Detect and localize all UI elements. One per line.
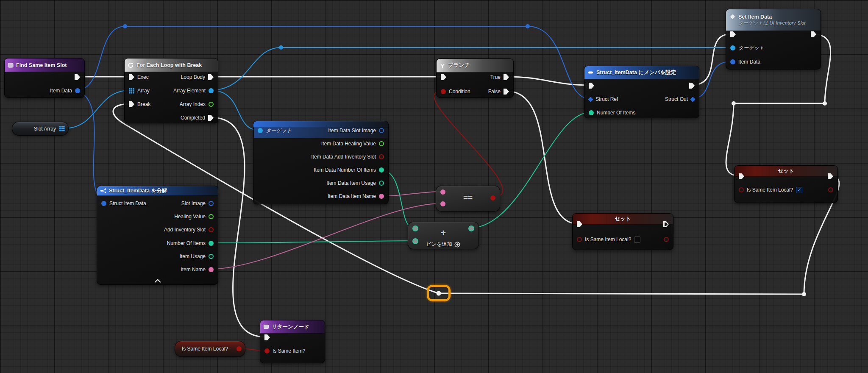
- node-set-is-same-item-local-false[interactable]: セットIs Same Item Local?: [572, 213, 673, 250]
- exec-pin[interactable]: [663, 221, 669, 227]
- node-header: Struct_ItemData にメンバを設定: [584, 66, 699, 79]
- healing-value-pin[interactable]: [209, 214, 214, 219]
- exec-pin[interactable]: [739, 173, 744, 179]
- bool-output-pin[interactable]: [236, 346, 242, 351]
- exec-pin[interactable]: [264, 334, 270, 340]
- dot-pin[interactable]: [828, 187, 833, 192]
- completed-pin[interactable]: [208, 115, 214, 121]
- variable-node-slot-array[interactable]: Slot Array: [12, 122, 69, 136]
- item-data-healing-value-pin[interactable]: [379, 141, 384, 146]
- pin-pin[interactable]: [258, 128, 263, 133]
- pin-label: Condition: [449, 89, 470, 95]
- is-same-item-local-pin[interactable]: [577, 237, 582, 242]
- dot-pin[interactable]: [440, 189, 445, 195]
- struct-item-data-pin[interactable]: [101, 201, 106, 206]
- reroute-node[interactable]: [526, 24, 530, 28]
- node-branch[interactable]: ブランチConditionTrueFalse: [436, 58, 514, 98]
- array-element-pin[interactable]: [209, 88, 214, 93]
- pin-row-ring: [412, 236, 418, 246]
- pin-pin[interactable]: [730, 45, 735, 50]
- pin-row-exec: Exec: [129, 72, 149, 82]
- pin-row-exec: [739, 171, 744, 181]
- node-break-struct-itemdata[interactable]: Struct_ItemData を分解Struct Item DataSlot …: [97, 186, 218, 285]
- slot-image-pin[interactable]: [209, 201, 214, 206]
- number-of-items-pin[interactable]: [589, 110, 594, 115]
- pin-row-number-of-items: Number Of Items: [167, 238, 214, 248]
- false-pin[interactable]: [504, 89, 509, 95]
- node-set-is-same-item-local-true[interactable]: セットIs Same Item Local?✓: [734, 165, 838, 203]
- node-header: ブランチ: [437, 59, 513, 72]
- ring-pin[interactable]: [412, 238, 418, 244]
- reroute-node[interactable]: [732, 101, 736, 106]
- struct-out-pin[interactable]: [690, 97, 696, 102]
- ring-pin[interactable]: [412, 225, 418, 231]
- node-add-node[interactable]: +ピンを追加: [408, 222, 479, 249]
- blueprint-graph-canvas[interactable]: Find Same Item SlotItem DataFor Each Loo…: [0, 0, 868, 373]
- wire-red-eq-to-condition[interactable]: [434, 91, 503, 198]
- collapse-chevron-up-icon[interactable]: [97, 279, 218, 283]
- exec-pin[interactable]: [811, 31, 816, 37]
- array-pin[interactable]: [129, 88, 134, 94]
- pin-row-item-data-slot-image: Item Data Slot Image: [328, 125, 384, 136]
- node-equal-node[interactable]: ==: [436, 186, 500, 212]
- item-data-number-of-items-pin[interactable]: [379, 167, 384, 173]
- exec-pin[interactable]: [828, 173, 833, 179]
- reroute-node[interactable]: [279, 45, 283, 50]
- item-data-add-inventory-slot-pin[interactable]: [379, 154, 384, 159]
- plus-circle-icon[interactable]: [454, 242, 460, 248]
- wire-pink-break-name-to-eq[interactable]: [209, 203, 442, 269]
- node-get-item-data-target[interactable]: ターゲットItem Data Slot ImageItem Data Heali…: [253, 121, 389, 204]
- wire-exec-long-horizontal[interactable]: [439, 293, 804, 294]
- item-data-item-usage-pin[interactable]: [379, 181, 384, 186]
- reroute-node[interactable]: [823, 101, 827, 106]
- wire-blue-down-to-structref[interactable]: [528, 26, 590, 99]
- is-same-item-pin[interactable]: [264, 348, 270, 354]
- exec-pin[interactable]: [689, 83, 695, 89]
- item-data-slot-image-pin[interactable]: [379, 128, 384, 133]
- exec-pin[interactable]: [730, 31, 736, 37]
- struct-ref-pin[interactable]: [588, 97, 593, 102]
- add-pin-label[interactable]: ピンを追加: [426, 241, 452, 248]
- wire-pink-target-name-to-eq[interactable]: [380, 192, 442, 196]
- exec-pin[interactable]: [75, 74, 80, 80]
- reroute-node[interactable]: [802, 292, 806, 296]
- array-grid-icon[interactable]: [59, 126, 65, 131]
- is-same-item-local-pin[interactable]: [739, 187, 744, 192]
- item-usage-pin[interactable]: [209, 254, 214, 259]
- add-inventory-slot-pin[interactable]: [209, 227, 214, 232]
- pin-label: Item Data: [738, 59, 760, 65]
- condition-pin[interactable]: [441, 89, 446, 94]
- dot-pin[interactable]: [490, 195, 495, 200]
- variable-node-is-same-item-local-var[interactable]: Is Same Item Local?: [175, 341, 245, 357]
- wire-cyan-element-up[interactable]: [211, 47, 281, 90]
- wire-exec-false-to-set-mid[interactable]: [507, 91, 578, 224]
- reroute-node[interactable]: [123, 24, 127, 28]
- ring-pin[interactable]: [468, 225, 474, 231]
- pin-label: Exec: [137, 74, 149, 80]
- array-index-pin[interactable]: [209, 102, 214, 107]
- node-set-item-data[interactable]: Set Item Dataターゲットは UI Inventory Slotターゲ…: [726, 9, 821, 70]
- pin-row-completed: Completed: [181, 113, 214, 123]
- item-data-pin[interactable]: [75, 88, 80, 93]
- item-name-pin[interactable]: [209, 267, 214, 272]
- exec-pin[interactable]: [441, 74, 446, 80]
- wire-exec-true-to-setmembers[interactable]: [507, 77, 591, 85]
- pin-row-is-same-item: Is Same Item?: [264, 346, 305, 356]
- exec-pin[interactable]: [577, 221, 582, 227]
- exec-pin[interactable]: [129, 74, 134, 80]
- bool-default-checkbox[interactable]: ✓: [796, 187, 802, 193]
- number-of-items-pin[interactable]: [209, 241, 214, 246]
- dot-pin[interactable]: [440, 201, 445, 206]
- true-pin[interactable]: [504, 74, 509, 80]
- item-data-pin[interactable]: [730, 59, 735, 64]
- break-pin[interactable]: [129, 101, 134, 107]
- loop-body-pin[interactable]: [208, 74, 214, 80]
- node-for-each-loop-with-break[interactable]: For Each Loop with BreakExecArrayBreakLo…: [124, 58, 218, 123]
- node-set-members-struct-itemdata[interactable]: Struct_ItemData にメンバを設定Struct RefStruct …: [584, 66, 699, 118]
- dot-pin[interactable]: [664, 237, 669, 242]
- item-data-item-name-pin[interactable]: [379, 194, 384, 199]
- node-return-node[interactable]: リターンノードIs Same Item?: [260, 320, 325, 363]
- node-find-same-item-slot[interactable]: Find Same Item SlotItem Data: [4, 58, 85, 98]
- exec-pin[interactable]: [589, 83, 594, 89]
- bool-default-checkbox[interactable]: [634, 237, 640, 243]
